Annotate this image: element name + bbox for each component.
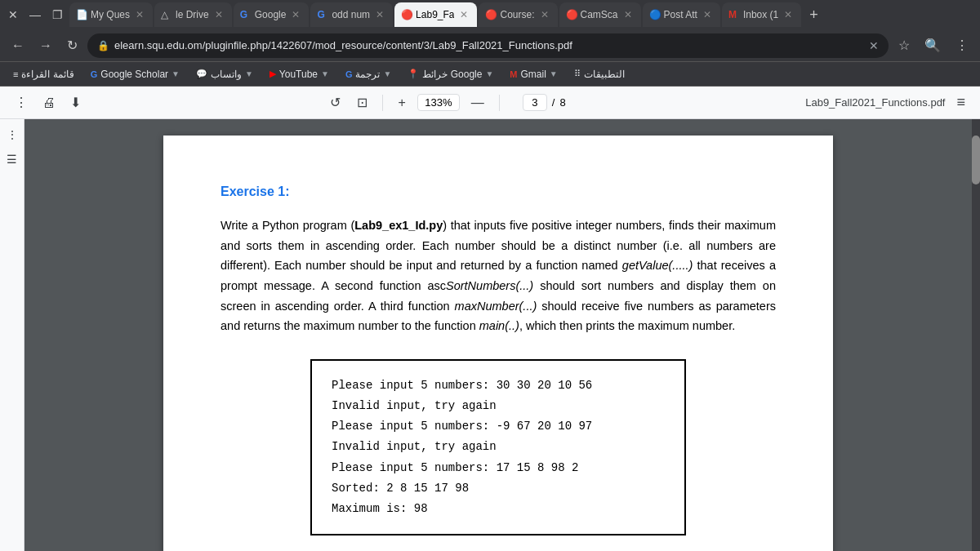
pdf-sidebar-strip: ⋮ ☰ [0, 119, 24, 551]
pdf-zoom-controls [417, 94, 460, 111]
tab-close-camsca[interactable]: ✕ [621, 8, 635, 21]
pdf-sidebar-toggle-btn[interactable]: ⋮ [4, 126, 20, 144]
tab-favicon-google: G [240, 9, 252, 20]
exercise1-italic2: SortNumbers(...) [446, 279, 540, 292]
tab-close-lab9-fa[interactable]: ✕ [457, 8, 470, 21]
bookmark-reading-list[interactable]: ≡ قائمة القراءة [7, 67, 81, 82]
exercise1-bold1: Lab9_ex1_Id.py [354, 219, 443, 232]
tab-camsca[interactable]: 🔴 CamSca ✕ [559, 2, 641, 27]
search-btn[interactable]: 🔍 [920, 34, 946, 56]
pdf-menu-right-btn[interactable]: ≡ [951, 92, 970, 113]
bookmark-youtube[interactable]: ▶ YouTube ▼ [263, 67, 336, 82]
tab-close-odd-num[interactable]: ✕ [373, 8, 386, 21]
bookmark-google-scholar[interactable]: G Google Scholar ▼ [84, 67, 186, 82]
pdf-zoom-in-btn[interactable]: + [393, 92, 410, 113]
back-button[interactable]: ← [7, 35, 29, 56]
youtube-icon: ▶ [270, 69, 276, 79]
pdf-fit-btn[interactable]: ⊡ [352, 91, 372, 113]
code-line-7: Maximum is: 98 [332, 499, 665, 519]
reload-button[interactable]: ↻ [62, 34, 82, 56]
gmail-icon: M [510, 69, 517, 79]
tab-google[interactable]: G Google ✕ [234, 2, 310, 27]
tab-lab9-fa[interactable]: 🔴 Lab9_Fa ✕ [394, 2, 477, 27]
tab-close-inbox[interactable]: ✕ [782, 8, 795, 21]
new-tab-button[interactable]: + [803, 5, 825, 25]
pdf-main-content[interactable]: Exercise 1: Write a Python program (Lab9… [24, 119, 972, 551]
forward-button[interactable]: → [34, 35, 57, 56]
tab-my-ques[interactable]: 📄 My Ques ✕ [69, 2, 153, 27]
maximize-btn[interactable]: ❐ [47, 5, 68, 24]
minimize-btn[interactable]: — [24, 5, 46, 24]
pdf-page-input[interactable] [523, 94, 547, 111]
bookmark-label-whatsapp: واتساب [211, 69, 242, 80]
pdf-download-btn[interactable]: ⬇ [65, 91, 86, 113]
code-sample-box: Please input 5 numbers: 30 30 20 10 56 I… [310, 359, 686, 535]
tab-favicon-le-drive: △ [161, 9, 172, 20]
chevron-down-icon-translate: ▼ [383, 69, 391, 78]
tab-close-google[interactable]: ✕ [289, 8, 302, 21]
tab-label-google: Google [255, 9, 287, 20]
bookmark-label-youtube: YouTube [279, 69, 318, 80]
tab-favicon-my-ques: 📄 [76, 9, 87, 20]
pdf-toolbar-center: ↺ ⊡ + — / 8 [92, 91, 799, 113]
reading-list-icon: ≡ [13, 69, 18, 79]
chevron-down-icon-scholar: ▼ [172, 69, 180, 78]
close-window-btn[interactable]: ✕ [3, 5, 23, 24]
tab-label-inbox: Inbox (1 [743, 9, 778, 20]
tab-close-le-drive[interactable]: ✕ [212, 8, 225, 21]
bookmarks-bar: ≡ قائمة القراءة G Google Scholar ▼ 💬 وات… [0, 62, 980, 87]
pdf-toolbar: ⋮ 🖨 ⬇ ↺ ⊡ + — / 8 Lab9_Fall2021_Function… [0, 87, 980, 119]
browser-menu-btn[interactable]: ⋮ [951, 34, 973, 56]
pdf-zoom-out-btn[interactable]: — [466, 92, 489, 113]
bookmark-translate[interactable]: G ترجمة ▼ [339, 67, 398, 82]
pdf-zoom-input[interactable] [417, 94, 460, 111]
url-box[interactable]: 🔒 elearn.squ.edu.om/pluginfile.php/14226… [87, 33, 889, 58]
toolbar-separator-1 [382, 95, 383, 111]
tab-label-lab9-fa: Lab9_Fa [416, 9, 454, 20]
bookmark-gmail[interactable]: M Gmail ▼ [503, 67, 564, 82]
tab-favicon-odd-num: G [317, 9, 328, 20]
code-line-3: Please input 5 numbers: -9 67 20 10 97 [332, 416, 665, 437]
bookmark-star-btn[interactable]: ☆ [893, 34, 915, 56]
pdf-print-btn[interactable]: 🖨 [38, 92, 60, 113]
maps-icon: 📍 [408, 69, 419, 79]
whatsapp-icon: 💬 [196, 69, 207, 79]
tab-label-course: Course: [500, 9, 534, 20]
code-line-1: Please input 5 numbers: 30 30 20 10 56 [332, 375, 665, 396]
tab-close-course[interactable]: ✕ [538, 8, 551, 21]
bookmark-apps[interactable]: ⠿ التطبيقات [568, 67, 631, 82]
bookmark-whatsapp[interactable]: 💬 واتساب ▼ [189, 67, 260, 82]
pdf-rotate-btn[interactable]: ↺ [325, 91, 345, 113]
tab-label-camsca: CamSca [581, 9, 618, 20]
page-separator: / [552, 96, 555, 109]
tab-label-odd-num: odd num [332, 9, 370, 20]
chevron-down-icon-youtube: ▼ [321, 69, 329, 78]
tab-odd-num[interactable]: G odd num ✕ [310, 2, 393, 27]
tab-close-post-att[interactable]: ✕ [701, 8, 714, 21]
tab-le-drive[interactable]: △ le Drive ✕ [154, 2, 232, 27]
chevron-down-icon-gmail: ▼ [550, 69, 558, 78]
tab-bar: ✕ — ❐ 📄 My Ques ✕ △ le Drive ✕ G Google … [0, 0, 980, 29]
tab-inbox[interactable]: M Inbox (1 ✕ [722, 2, 801, 27]
bookmark-google-maps[interactable]: 📍 خرائط Google ▼ [401, 67, 500, 82]
address-bar: ← → ↻ 🔒 elearn.squ.edu.om/pluginfile.php… [0, 29, 980, 62]
tab-course[interactable]: 🔴 Course: ✕ [479, 2, 557, 27]
bookmark-label-reading-list: قائمة القراءة [21, 69, 74, 80]
tab-favicon-camsca: 🔴 [566, 9, 577, 20]
exercise1-body: Write a Python program (Lab9_ex1_Id.py) … [220, 216, 776, 336]
chevron-down-icon-maps: ▼ [485, 69, 493, 78]
bookmark-label-gmail: Gmail [521, 69, 546, 80]
url-text: elearn.squ.edu.om/pluginfile.php/1422607… [114, 39, 864, 51]
pdf-scrollbar[interactable] [972, 119, 980, 551]
tab-post-att[interactable]: 🔵 Post Att ✕ [643, 2, 720, 27]
reload-icon: ✕ [869, 39, 879, 52]
toolbar-separator-2 [499, 95, 500, 111]
pdf-toc-btn[interactable]: ☰ [4, 150, 20, 168]
translate-icon: G [345, 69, 353, 79]
pdf-menu-left-btn[interactable]: ⋮ [10, 91, 33, 113]
pdf-scrollbar-thumb[interactable] [972, 136, 980, 184]
tab-label-post-att: Post Att [664, 9, 697, 20]
tab-close-my-ques[interactable]: ✕ [133, 8, 146, 21]
tab-favicon-inbox: M [728, 9, 740, 20]
pdf-page: Exercise 1: Write a Python program (Lab9… [163, 136, 833, 551]
